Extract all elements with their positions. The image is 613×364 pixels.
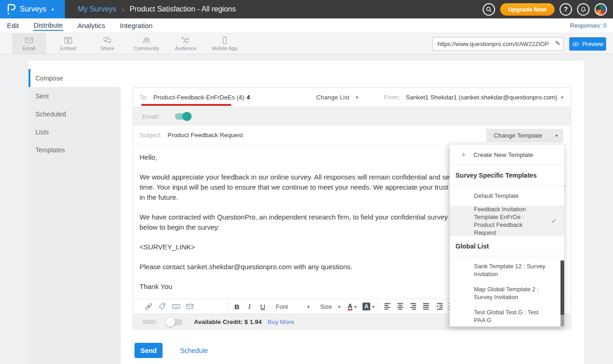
subject-row: Subject: Product Feedback Request Change…	[133, 126, 571, 145]
change-template-button[interactable]: Change Template ▾	[486, 129, 563, 142]
align-center-button[interactable]	[397, 302, 404, 311]
available-credit: Available Credit: $ 1.94	[194, 318, 262, 325]
link-icon	[144, 302, 153, 311]
menu-scrollbar[interactable]	[560, 260, 564, 327]
sidebar-item-sent[interactable]: Sent	[29, 87, 121, 105]
channel-audience[interactable]: $ Audience	[169, 33, 202, 54]
email-toggle[interactable]	[175, 113, 191, 120]
embed-icon	[63, 36, 73, 45]
italic-button[interactable]: I	[248, 302, 251, 310]
global-list-section-header: Global List	[450, 236, 564, 256]
breadcrumb-my-surveys[interactable]: My Surveys	[78, 5, 117, 13]
change-list-dropdown[interactable]: Change List ▾	[316, 94, 358, 101]
chevron-down-icon: ▾	[561, 95, 563, 100]
keyboard-button[interactable]	[172, 302, 181, 311]
breadcrumb: My Surveys › Product Satisfaction - All …	[78, 5, 236, 13]
align-center-icon	[397, 302, 404, 311]
template-item-default[interactable]: Default Template	[450, 185, 564, 206]
search-icon	[485, 6, 492, 13]
channel-email[interactable]: Email	[12, 33, 46, 54]
tab-analytics[interactable]: Analytics	[77, 21, 105, 30]
indent-button[interactable]	[436, 302, 444, 311]
sidebar-item-scheduled[interactable]: Scheduled	[29, 105, 121, 123]
share-icon	[102, 36, 112, 45]
recipient-row: To: Product-Feedback-EnFrDeEs (4) 4 Chan…	[133, 88, 571, 107]
subject-label: Subject:	[140, 132, 162, 139]
email-label: Email:	[142, 113, 160, 120]
change-template-menu: + Create New Template Survey Specific Te…	[450, 144, 565, 327]
align-right-icon	[409, 302, 417, 311]
survey-url-input[interactable]	[432, 37, 564, 51]
sidebar-item-compose[interactable]: Compose	[29, 69, 121, 87]
mobile-phone-icon	[220, 36, 230, 45]
template-item-feedback-invitation[interactable]: Feedback Invitation Template EnFrDe : Pr…	[450, 206, 564, 236]
template-item-test-global-g[interactable]: Test Global Test G : Test PAA G	[450, 305, 564, 324]
sidebar-item-templates[interactable]: Templates	[29, 141, 121, 159]
align-left-button[interactable]	[384, 302, 391, 311]
from-dropdown[interactable]: From: Sanket1 Shekdar1 (sanket.shekdar@q…	[384, 94, 563, 101]
template-item-sank-12[interactable]: Sank Template 12 : Survey Invitation	[450, 259, 564, 282]
email-icon	[24, 36, 34, 45]
bell-icon	[580, 6, 587, 13]
send-button[interactable]: Send	[134, 343, 163, 358]
edit-url-pencil-icon[interactable]: ✎	[555, 40, 560, 47]
questionpro-logo-icon	[7, 3, 16, 15]
distribute-toolbar: Email Embed Share Community $ Audience	[0, 33, 613, 54]
recipient-count: 4	[246, 94, 250, 101]
channel-community[interactable]: Community	[130, 33, 163, 54]
align-right-button[interactable]	[409, 302, 417, 311]
channel-mobile-app[interactable]: Mobile App	[208, 33, 241, 54]
justify-button[interactable]	[422, 302, 430, 311]
surveys-product-menu[interactable]: Surveys ▾	[0, 0, 65, 18]
notifications-button[interactable]	[577, 3, 590, 16]
chevron-down-icon: ▾	[372, 304, 374, 309]
plus-icon: +	[461, 150, 466, 159]
tab-edit[interactable]: Edit	[6, 21, 19, 30]
toolbar-divider	[228, 301, 228, 312]
text-color-button[interactable]: A ▾	[348, 302, 356, 310]
channel-embed[interactable]: Embed	[52, 33, 85, 54]
background-color-button[interactable]: A ▾	[362, 302, 374, 310]
buy-more-link[interactable]: Buy More	[268, 318, 294, 325]
underline-button[interactable]: U	[260, 302, 265, 310]
tab-distribute[interactable]: Distribute	[33, 20, 63, 31]
help-button[interactable]: ?	[560, 3, 572, 16]
responses-count: Responses: 0	[570, 22, 607, 29]
from-value: Sanket1 Shekdar1 (sanket.shekdar@questio…	[406, 94, 557, 101]
send-actions: Send Schedule	[134, 343, 208, 358]
upgrade-now-button[interactable]: Upgrade Now	[500, 3, 555, 16]
create-new-template-item[interactable]: + Create New Template	[450, 144, 564, 165]
merge-tag-button[interactable]	[158, 302, 166, 311]
chevron-down-icon: ▾	[52, 7, 54, 12]
template-item-map-global-2[interactable]: Map Global Template 2 : Survey Invitatio…	[450, 282, 564, 305]
eye-icon	[572, 41, 579, 47]
font-size-dropdown[interactable]: Size ▾	[320, 303, 340, 310]
chevron-down-icon: ▾	[307, 304, 309, 309]
schedule-link[interactable]: Schedule	[180, 347, 208, 354]
survey-url-field: ✎	[432, 37, 564, 51]
from-label: From:	[384, 94, 400, 101]
survey-templates-section-header: Survey Specific Templates	[450, 165, 564, 185]
tag-icon	[158, 302, 166, 311]
font-family-dropdown[interactable]: Font ▾	[276, 303, 309, 310]
sidebar-item-lists[interactable]: Lists	[29, 123, 121, 141]
toolbar-divider	[378, 301, 378, 312]
survey-tabs: Edit Distribute Analytics Integration Re…	[0, 18, 613, 33]
channel-share[interactable]: Share	[91, 33, 124, 54]
preview-button[interactable]: Preview	[569, 37, 606, 51]
search-button[interactable]	[483, 3, 495, 16]
avatar[interactable]	[595, 3, 607, 16]
check-icon: ✓	[551, 217, 557, 225]
chevron-down-icon: ▾	[555, 133, 558, 138]
indent-icon	[436, 302, 444, 311]
recipient-list-name[interactable]: Product-Feedback-EnFrDeEs (4)	[153, 94, 244, 101]
recipient-underline	[141, 104, 231, 106]
tab-integration[interactable]: Integration	[119, 21, 153, 30]
question-mark-icon: ?	[564, 6, 568, 13]
sms-toggle[interactable]	[167, 319, 182, 325]
menu-scrollbar-thumb[interactable]	[560, 260, 564, 315]
insert-link-button[interactable]	[144, 302, 153, 311]
subject-input[interactable]: Product Feedback Request	[168, 132, 243, 139]
email-template-button[interactable]	[186, 302, 194, 311]
bold-button[interactable]: B	[234, 302, 239, 310]
